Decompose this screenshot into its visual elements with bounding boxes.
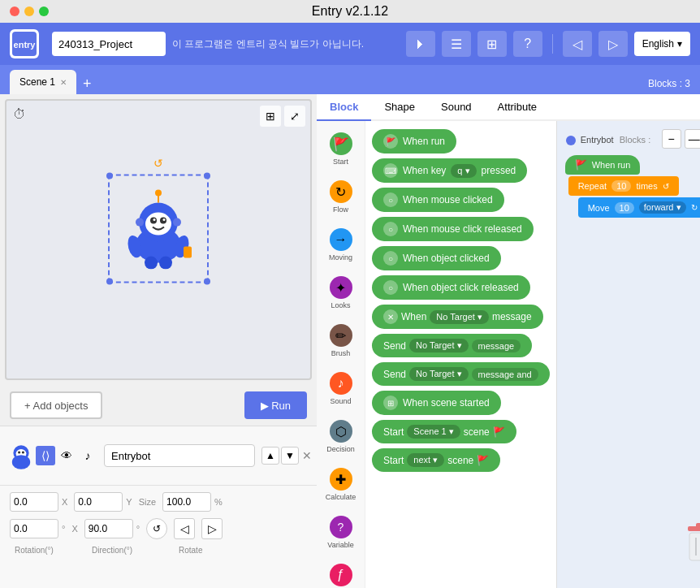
- tab-sound[interactable]: Sound: [428, 94, 485, 121]
- tab-attribute[interactable]: Attribute: [485, 94, 550, 121]
- next-dropdown[interactable]: next ▾: [407, 453, 444, 467]
- when-key-label: When key: [403, 165, 446, 176]
- when-object-release-block[interactable]: ○ When object click released: [372, 275, 530, 300]
- block-tabs: Block Shape Sound Attribute: [317, 94, 700, 121]
- send-target-dropdown[interactable]: No Target ▾: [409, 339, 469, 352]
- category-variable[interactable]: ? Variable: [320, 509, 361, 556]
- scene2-suffix: scene: [447, 455, 473, 466]
- add-objects-button[interactable]: + Add objects: [10, 391, 102, 419]
- toolbar-grid-btn[interactable]: ⊞: [477, 31, 507, 57]
- svg-point-22: [12, 455, 30, 469]
- language-label: English: [642, 38, 674, 50]
- handle-bottom-right[interactable]: [204, 279, 210, 285]
- scene1-dropdown[interactable]: Scene 1 ▾: [407, 425, 460, 439]
- category-start[interactable]: 🚩 Start: [320, 126, 361, 172]
- ws-when-run-block[interactable]: 🚩 When run: [565, 155, 641, 175]
- minimize-button[interactable]: [24, 6, 34, 16]
- when-message-block[interactable]: ✕ When No Target ▾ message: [372, 305, 543, 329]
- when-scene-block[interactable]: ⊞ When scene started: [372, 391, 501, 415]
- close-button[interactable]: [10, 6, 19, 16]
- x-coord-group: X: [10, 492, 67, 512]
- category-looks[interactable]: ✦ Looks: [320, 270, 361, 316]
- key-dropdown[interactable]: q ▾: [451, 164, 476, 178]
- object-move-down[interactable]: ▼: [281, 447, 299, 465]
- object-tab-shape[interactable]: 👁: [57, 446, 76, 465]
- category-brush[interactable]: ✏ Brush: [320, 318, 361, 364]
- handle-bottom-left[interactable]: [106, 279, 113, 285]
- send2-target-dropdown[interactable]: No Target ▾: [409, 367, 469, 381]
- category-flow[interactable]: ↻ Flow: [320, 174, 361, 220]
- run-button[interactable]: ▶ Run: [244, 391, 307, 419]
- project-name-input[interactable]: [52, 32, 166, 56]
- category-moving[interactable]: → Moving: [320, 222, 361, 268]
- object-sort-arrows: ▲ ▼: [261, 447, 299, 465]
- ws-forward-dropdown[interactable]: forward ▾: [639, 201, 686, 214]
- ws-repeat-block[interactable]: Repeat 10 times ↺: [568, 176, 679, 196]
- object-tab-sound[interactable]: ♪: [78, 446, 97, 465]
- object-tab-code[interactable]: ⟨⟩: [36, 446, 55, 465]
- decision-icon: ⬡: [330, 420, 352, 443]
- tab-shape[interactable]: Shape: [371, 94, 428, 121]
- toolbar-undo-btn[interactable]: ◁: [563, 31, 592, 57]
- toolbar-redo-btn[interactable]: ▷: [598, 31, 628, 57]
- rotate-handle[interactable]: ↺: [152, 157, 165, 170]
- direction-right-btn[interactable]: ▷: [201, 518, 223, 539]
- handle-top-right[interactable]: [204, 173, 210, 179]
- when-target-dropdown[interactable]: No Target ▾: [430, 310, 489, 324]
- object-close-button[interactable]: ✕: [302, 449, 312, 462]
- ws-move-block[interactable]: Move 10 forward ▾ ↻: [578, 197, 700, 218]
- logo-box: entry: [10, 29, 39, 58]
- send-message-suffix: message: [472, 339, 521, 352]
- sound-icon: ♪: [330, 372, 352, 395]
- add-scene-button[interactable]: +: [78, 76, 97, 93]
- language-chevron-icon: ▾: [677, 38, 682, 50]
- category-decision[interactable]: ⬡ Decision: [320, 413, 361, 460]
- block-mouse-release: ○ When mouse click released: [372, 217, 550, 241]
- block-object-release: ○ When object click released: [372, 275, 550, 300]
- start-scene1-block[interactable]: Start Scene 1 ▾ scene 🚩: [372, 420, 516, 443]
- scene-flag-icon: 🚩: [493, 426, 505, 438]
- language-button[interactable]: English ▾: [634, 32, 690, 56]
- object-name-input[interactable]: [104, 444, 255, 467]
- category-calculate[interactable]: ✚ Calculate: [320, 461, 361, 508]
- send-message-block[interactable]: Send No Target ▾ message: [372, 334, 532, 357]
- size-input[interactable]: [162, 492, 211, 512]
- ws-object-label: Entrybot: [565, 135, 616, 145]
- x-coord-input[interactable]: [10, 492, 58, 512]
- trash-icon[interactable]: [681, 521, 700, 575]
- direction-left-btn[interactable]: ◁: [174, 518, 195, 539]
- scene-object[interactable]: ↺: [108, 175, 209, 283]
- ws-repeat-count[interactable]: 10: [611, 180, 631, 192]
- when-key-block[interactable]: ⌨ When key q ▾ pressed: [372, 158, 527, 183]
- tab-block[interactable]: Block: [317, 94, 371, 121]
- y-coord-input[interactable]: [74, 492, 123, 512]
- scene-tab-1[interactable]: Scene 1 ✕: [10, 70, 76, 94]
- ws-move-value[interactable]: 10: [615, 202, 634, 214]
- rotation-input[interactable]: [10, 519, 58, 538]
- ws-divider-btn[interactable]: —: [685, 129, 700, 149]
- ws-minus-btn[interactable]: −: [662, 129, 681, 149]
- send-message-wait-block[interactable]: Send No Target ▾ message and: [372, 362, 550, 386]
- handle-top-left[interactable]: [106, 173, 113, 179]
- svg-rect-15: [184, 247, 192, 258]
- object-panel: ⟨⟩ 👁 ♪ ▲ ▼ ✕ X Y: [0, 426, 317, 588]
- scene-tab-1-close[interactable]: ✕: [60, 78, 67, 87]
- toolbar-menu-btn[interactable]: ☰: [442, 31, 471, 57]
- maximize-button[interactable]: [39, 6, 49, 16]
- category-function[interactable]: ƒ Function: [320, 557, 361, 588]
- window-title: Entry v2.1.12: [312, 4, 388, 19]
- when-object-click-block[interactable]: ○ When object clicked: [372, 246, 501, 270]
- fullscreen-btn[interactable]: ⤢: [284, 106, 305, 127]
- start-next-scene-block[interactable]: Start next ▾ scene 🚩: [372, 448, 500, 472]
- direction-input[interactable]: [84, 519, 133, 538]
- grid-toggle-btn[interactable]: ⊞: [260, 106, 281, 127]
- when-run-block[interactable]: 🚩 When run: [372, 129, 456, 153]
- rotation-reset-btn[interactable]: ↺: [146, 518, 167, 539]
- object-move-up[interactable]: ▲: [261, 447, 279, 465]
- when-mouse-click-block[interactable]: ○ When mouse clicked: [372, 188, 504, 212]
- category-sound[interactable]: ♪ Sound: [320, 365, 361, 412]
- when-mouse-release-block[interactable]: ○ When mouse click released: [372, 217, 534, 241]
- toolbar-help-btn[interactable]: ?: [513, 31, 542, 57]
- block-categories: 🚩 Start ↻ Flow → Moving ✦ Looks ✏ Bru: [317, 121, 365, 588]
- toolbar-play-btn[interactable]: ⏵: [406, 31, 435, 57]
